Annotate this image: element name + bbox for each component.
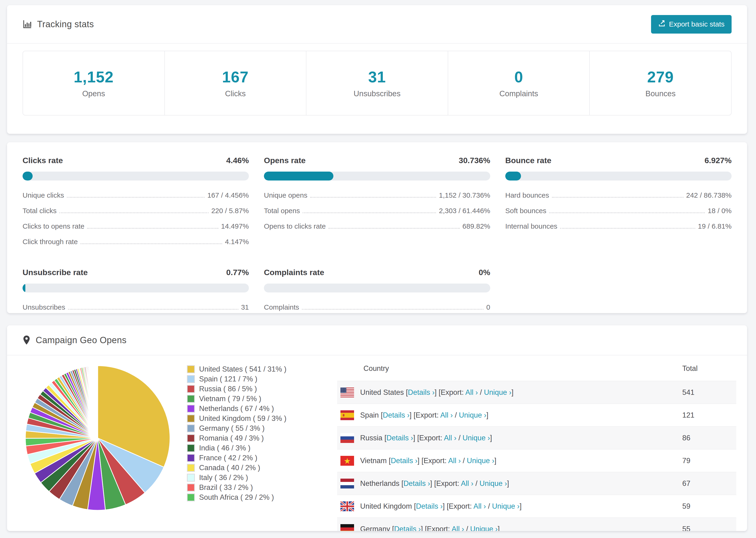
rate-name: Complaints rate xyxy=(264,268,324,277)
legend-item-russia: Russia ( 86 / 5% ) xyxy=(187,384,337,394)
rate-detail-label: Internal bounces xyxy=(505,222,557,230)
details-link-es[interactable]: Details › xyxy=(383,411,410,419)
export-all-link-es[interactable]: All › xyxy=(440,411,453,419)
punctuation: ] xyxy=(490,434,492,442)
stat-label: Unsubscribes xyxy=(353,89,401,98)
geo-table-wrap: Country Total United States [Details ›] … xyxy=(337,358,747,531)
export-all-link-us[interactable]: All › xyxy=(465,388,478,397)
rate-detail-value: 18 / 0% xyxy=(708,207,731,215)
export-unique-link-ru[interactable]: Unique › xyxy=(462,434,490,442)
punctuation: / xyxy=(473,479,479,488)
details-link-vn[interactable]: Details › xyxy=(391,457,417,465)
export-unique-link-de[interactable]: Unique › xyxy=(470,525,498,531)
country-cell-text: Spain [Details ›] [Export: All › / Uniqu… xyxy=(360,411,488,419)
geo-table-row-ru: Russia [Details ›] [Export: All › / Uniq… xyxy=(337,426,736,449)
dotted-leader xyxy=(68,309,238,310)
details-link-de[interactable]: Details › xyxy=(394,525,421,531)
rate-detail-label: Clicks to opens rate xyxy=(23,222,84,230)
punctuation: ] xyxy=(498,525,500,531)
stat-box-opens: 1,152Opens xyxy=(23,51,165,115)
country-name: Spain xyxy=(360,411,379,419)
pie-slice-other-62 xyxy=(97,366,98,438)
export-all-link-gb[interactable]: All › xyxy=(473,502,486,510)
rate-block-unsubscribe-rate: Unsubscribe rate0.77%Unsubscribes31 xyxy=(23,268,249,315)
punctuation: [ xyxy=(412,502,416,510)
rate-detail-label: Total clicks xyxy=(23,207,57,215)
rate-detail-label: Complaints xyxy=(264,303,299,311)
export-unique-link-us[interactable]: Unique › xyxy=(484,388,512,397)
rate-progress-bar xyxy=(264,284,490,293)
dotted-leader xyxy=(549,212,705,213)
legend-item-netherlands: Netherlands ( 67 / 4% ) xyxy=(187,404,337,413)
stat-label: Bounces xyxy=(645,89,675,98)
rate-detail-value: 0 xyxy=(486,303,490,311)
rate-block-complaints-rate: Complaints rate0%Complaints0 xyxy=(264,268,490,315)
legend-swatch xyxy=(187,474,195,482)
rate-name: Unsubscribe rate xyxy=(23,268,88,277)
export-basic-stats-label: Export basic stats xyxy=(669,20,725,28)
punctuation: [ xyxy=(379,411,383,419)
rate-progress-bar xyxy=(505,172,731,181)
legend-swatch xyxy=(187,454,195,462)
dotted-leader xyxy=(552,197,683,198)
details-link-gb[interactable]: Details › xyxy=(416,502,443,510)
rate-detail-value: 31 xyxy=(241,303,249,311)
details-link-us[interactable]: Details › xyxy=(408,388,435,397)
geo-table: Country Total United States [Details ›] … xyxy=(337,358,736,531)
country-name: Germany xyxy=(360,525,390,531)
legend-item-romania: Romania ( 49 / 3% ) xyxy=(187,433,337,443)
export-unique-link-vn[interactable]: Unique › xyxy=(467,457,494,465)
country-cell-text: United States [Details ›] [Export: All ›… xyxy=(360,388,513,397)
legend-label: United States ( 541 / 31% ) xyxy=(199,365,287,373)
rate-progress-bar xyxy=(264,172,490,181)
punctuation: ] xyxy=(519,502,522,510)
campaign-geo-opens-card: Campaign Geo Opens United States ( 541 /… xyxy=(7,325,747,531)
dotted-leader xyxy=(328,228,459,229)
details-link-nl[interactable]: Details › xyxy=(404,479,430,488)
stat-label: Clicks xyxy=(225,89,245,98)
dotted-leader xyxy=(310,197,436,198)
export-unique-link-nl[interactable]: Unique › xyxy=(479,479,507,488)
rate-detail-value: 4.147% xyxy=(225,238,249,246)
export-unique-link-es[interactable]: Unique › xyxy=(459,411,486,419)
rate-block-opens-rate: Opens rate30.736%Unique opens1,152 / 30.… xyxy=(264,156,490,249)
legend-swatch xyxy=(187,434,195,442)
stat-box-complaints: 0Complaints xyxy=(448,51,590,115)
details-link-ru[interactable]: Details › xyxy=(387,434,413,442)
geo-pie-chart xyxy=(23,358,187,531)
rate-detail-row: Total clicks220 / 5.87% xyxy=(23,203,249,219)
stat-value: 1,152 xyxy=(74,68,114,86)
us-flag-icon xyxy=(341,388,354,398)
export-all-link-nl[interactable]: All › xyxy=(461,479,473,488)
punctuation: ] [Export: xyxy=(421,525,452,531)
country-cell-text: Vietnam [Details ›] [Export: All › / Uni… xyxy=(360,457,496,465)
stat-box-bounces: 279Bounces xyxy=(590,51,731,115)
dotted-leader xyxy=(302,309,483,310)
punctuation: ] xyxy=(512,388,513,397)
stat-value: 0 xyxy=(514,68,523,86)
rate-block-bounce-rate: Bounce rate6.927%Hard bounces242 / 86.73… xyxy=(505,156,731,249)
rate-progress-bar xyxy=(23,172,249,181)
export-all-link-vn[interactable]: All › xyxy=(448,457,460,465)
rate-detail-value: 689.82% xyxy=(462,222,490,230)
export-basic-stats-button[interactable]: Export basic stats xyxy=(651,15,731,33)
export-all-link-de[interactable]: All › xyxy=(452,525,464,531)
legend-swatch xyxy=(187,493,195,501)
dotted-leader xyxy=(67,197,204,198)
rate-value: 30.736% xyxy=(459,156,490,165)
punctuation: [ xyxy=(390,525,394,531)
export-unique-link-gb[interactable]: Unique › xyxy=(492,502,519,510)
punctuation: ] [Export: xyxy=(417,457,448,465)
rate-name: Opens rate xyxy=(264,156,306,165)
geo-body: United States ( 541 / 31% )Spain ( 121 /… xyxy=(7,355,747,531)
geo-header: Campaign Geo Opens xyxy=(7,325,747,355)
country-total: 59 xyxy=(682,495,736,517)
dotted-leader xyxy=(87,228,218,229)
punctuation: / xyxy=(486,502,492,510)
rate-progress-fill xyxy=(505,172,521,181)
export-all-link-ru[interactable]: All › xyxy=(444,434,457,442)
legend-swatch xyxy=(187,365,195,373)
legend-label: Russia ( 86 / 5% ) xyxy=(199,385,257,393)
rate-detail-row: Opens to clicks rate689.82% xyxy=(264,219,490,234)
legend-item-spain: Spain ( 121 / 7% ) xyxy=(187,374,337,384)
